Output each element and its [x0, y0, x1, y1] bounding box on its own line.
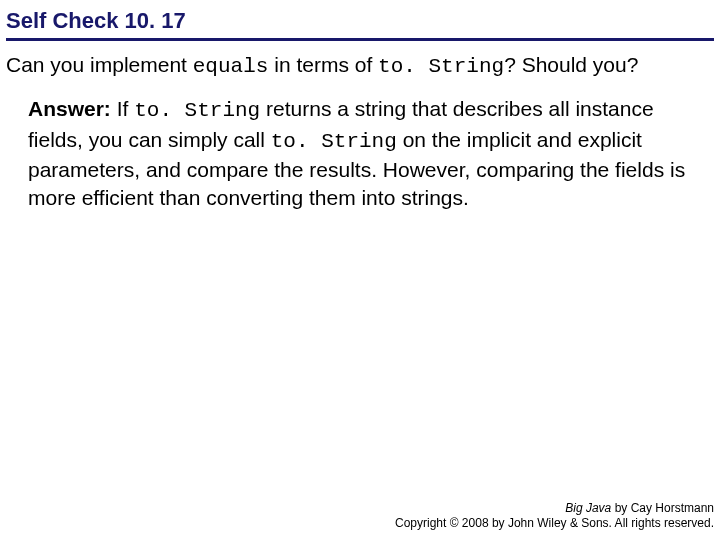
answer-code2: to. String [271, 130, 397, 153]
question-text: Can you implement equals in terms of to.… [6, 51, 714, 81]
title-rule [6, 38, 714, 41]
answer-part1: If [111, 97, 134, 120]
slide-title: Self Check 10. 17 [6, 8, 714, 38]
footer-bigjava: Big Java [565, 501, 611, 515]
slide: Self Check 10. 17 Can you implement equa… [0, 0, 720, 213]
answer-code1: to. String [134, 99, 260, 122]
question-part1: Can you implement [6, 53, 193, 76]
footer: Big Java by Cay Horstmann Copyright © 20… [395, 501, 714, 532]
answer-label: Answer: [28, 97, 111, 120]
question-code1: equals [193, 55, 269, 78]
answer-text: Answer: If to. String returns a string t… [6, 95, 714, 212]
question-part2: in terms of [268, 53, 378, 76]
footer-author: by Cay Horstmann [611, 501, 714, 515]
footer-line1: Big Java by Cay Horstmann [395, 501, 714, 517]
footer-line2: Copyright © 2008 by John Wiley & Sons. A… [395, 516, 714, 532]
question-part3: ? Should you? [504, 53, 638, 76]
question-code2: to. String [378, 55, 504, 78]
